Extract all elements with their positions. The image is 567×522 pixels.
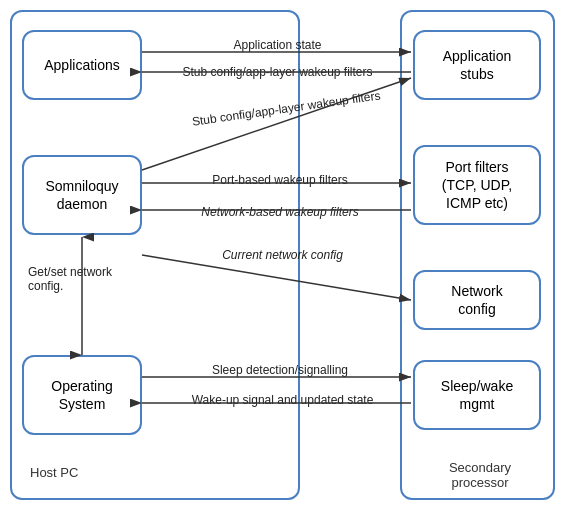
architecture-diagram: Host PC Secondary processor Applications…: [0, 0, 567, 522]
sleep-detection-label: Sleep detection/signalling: [155, 363, 405, 377]
sleep-wake-box: Sleep/wakemgmt: [413, 360, 541, 430]
somniloquy-box: Somniloquydaemon: [22, 155, 142, 235]
app-state-label: Application state: [145, 38, 410, 52]
applications-box: Applications: [22, 30, 142, 100]
secondary-processor-label: Secondary processor: [420, 460, 540, 490]
current-network-label: Current network config: [155, 248, 410, 262]
get-set-label: Get/set network config.: [28, 265, 133, 293]
network-based-label: Network-based wakeup filters: [155, 205, 405, 219]
application-stubs-box: Applicationstubs: [413, 30, 541, 100]
host-pc-label: Host PC: [30, 465, 78, 480]
operating-system-box: OperatingSystem: [22, 355, 142, 435]
port-filters-box: Port filters(TCP, UDP,ICMP etc): [413, 145, 541, 225]
network-config-box: Networkconfig: [413, 270, 541, 330]
port-based-label: Port-based wakeup filters: [155, 173, 405, 187]
stub-config1-label: Stub config/app-layer wakeup filters: [145, 65, 410, 79]
wakeup-signal-label: Wake-up signal and updated state: [155, 393, 410, 407]
